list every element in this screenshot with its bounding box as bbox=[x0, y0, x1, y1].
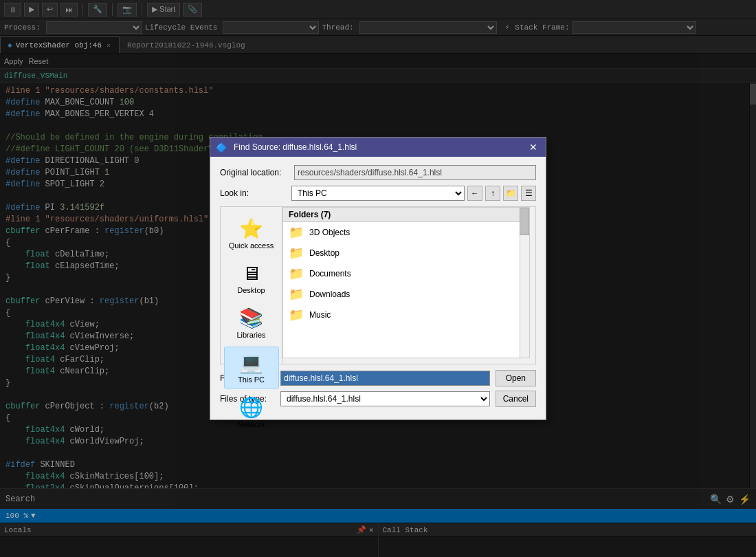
this-pc-icon: 💻 bbox=[239, 351, 263, 374]
original-location-row: Original location: bbox=[220, 165, 536, 180]
folder-scrollbar-thumb[interactable] bbox=[520, 208, 529, 235]
nav-item-quick-access[interactable]: ⭐ Quick access bbox=[224, 212, 279, 254]
folders-header: Folders (7) bbox=[283, 208, 529, 222]
folder-name-downloads: Downloads bbox=[309, 290, 350, 299]
look-in-label: Look in: bbox=[220, 188, 289, 198]
open-button[interactable]: Open bbox=[496, 370, 536, 386]
nav-item-libraries[interactable]: 📚 Libraries bbox=[224, 302, 279, 344]
folder-name-documents: Documents bbox=[309, 269, 351, 278]
folder-name-desktop: Desktop bbox=[309, 248, 340, 258]
modal-overlay: 🔷 Find Source: diffuse.hlsl.64_1.hlsl ✕ … bbox=[0, 0, 756, 557]
original-location-label: Original location: bbox=[220, 168, 289, 177]
desktop-icon: 🖥 bbox=[242, 262, 261, 285]
folder-item-downloads[interactable]: 📁 Downloads bbox=[283, 284, 529, 305]
original-location-input bbox=[294, 165, 536, 180]
folder-item-desktop[interactable]: 📁 Desktop bbox=[283, 243, 529, 263]
folder-name-3d-objects: 3D Objects bbox=[309, 228, 350, 237]
folder-icon-music: 📁 bbox=[289, 307, 304, 323]
folder-scrollbar[interactable] bbox=[520, 208, 529, 358]
nav-item-this-pc-label: This PC bbox=[238, 375, 265, 384]
nav-item-desktop-label: Desktop bbox=[237, 286, 265, 294]
nav-item-network[interactable]: 🌐 Network bbox=[224, 391, 279, 433]
folder-item-documents[interactable]: 📁 Documents bbox=[283, 263, 529, 284]
dialog-content: ⭐ Quick access 🖥 Desktop 📚 Libraries 💻 T… bbox=[220, 206, 536, 364]
network-icon: 🌐 bbox=[239, 396, 263, 419]
look-in-combo[interactable]: This PC bbox=[291, 186, 465, 201]
look-up-btn[interactable]: ↑ bbox=[485, 186, 500, 201]
dialog-title: Find Source: diffuse.hlsl.64_1.hlsl bbox=[234, 142, 522, 152]
folder-name-music: Music bbox=[309, 310, 331, 320]
dialog-close-button[interactable]: ✕ bbox=[526, 140, 540, 154]
dialog-titlebar: 🔷 Find Source: diffuse.hlsl.64_1.hlsl ✕ bbox=[210, 138, 546, 157]
nav-item-libraries-label: Libraries bbox=[236, 331, 265, 339]
look-back-btn[interactable]: ← bbox=[467, 186, 482, 201]
cancel-button[interactable]: Cancel bbox=[496, 391, 536, 407]
folder-icon-desktop: 📁 bbox=[289, 245, 304, 261]
dialog-icon: 🔷 bbox=[216, 142, 227, 153]
folder-icon-3d-objects: 📁 bbox=[289, 225, 304, 240]
libraries-icon: 📚 bbox=[239, 307, 263, 329]
nav-panel: ⭐ Quick access 🖥 Desktop 📚 Libraries 💻 T… bbox=[221, 207, 282, 364]
find-source-dialog: 🔷 Find Source: diffuse.hlsl.64_1.hlsl ✕ … bbox=[210, 137, 546, 420]
nav-item-desktop[interactable]: 🖥 Desktop bbox=[224, 257, 279, 299]
look-new-folder-btn[interactable]: 📁 bbox=[503, 186, 518, 201]
folder-item-music[interactable]: 📁 Music bbox=[283, 305, 529, 325]
look-in-row: Look in: This PC ← ↑ 📁 ☰ bbox=[220, 186, 536, 201]
files-of-type-combo[interactable]: diffuse.hlsl.64_1.hlsl bbox=[280, 391, 490, 406]
look-view-btn[interactable]: ☰ bbox=[521, 186, 536, 201]
nav-item-this-pc[interactable]: 💻 This PC bbox=[224, 347, 279, 389]
file-name-input[interactable] bbox=[280, 371, 490, 386]
folder-icon-downloads: 📁 bbox=[289, 287, 304, 302]
quick-access-icon: ⭐ bbox=[239, 217, 263, 240]
dialog-body: Original location: Look in: This PC ← ↑ … bbox=[210, 157, 546, 419]
folder-icon-documents: 📁 bbox=[289, 266, 304, 281]
nav-item-network-label: Network bbox=[237, 420, 265, 428]
nav-item-quick-access-label: Quick access bbox=[229, 241, 274, 250]
folder-item-3d-objects[interactable]: 📁 3D Objects bbox=[283, 222, 529, 243]
folder-list: Folders (7) 📁 3D Objects 📁 Desktop 📁 Doc… bbox=[282, 207, 530, 358]
